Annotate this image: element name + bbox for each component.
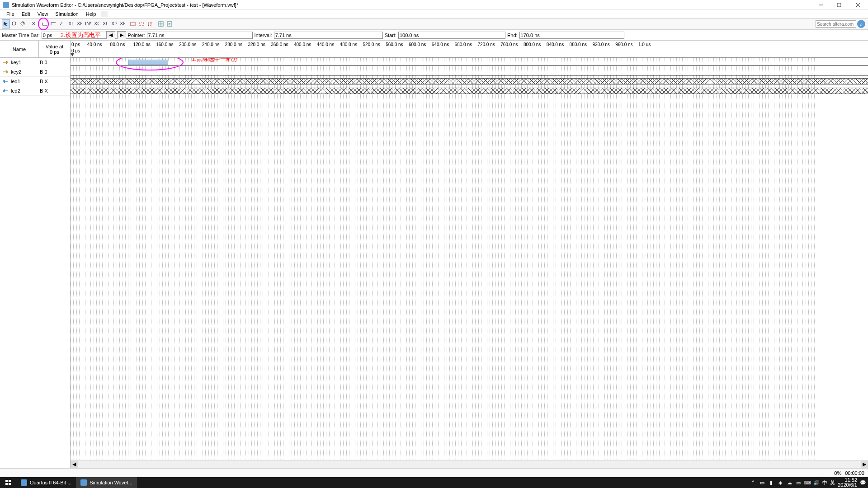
start-input[interactable] [398, 32, 505, 39]
time-ruler: 0 ps 0 ps 40.0 ns80.0 ns120.0 ns160.0 ns… [71, 41, 868, 58]
force-unknown-icon[interactable]: ✕ [30, 19, 38, 28]
tray-volume-icon[interactable]: 🔊 [813, 479, 820, 486]
waveform-body[interactable]: 1.鼠标选中一部分 [71, 58, 868, 460]
signal-name: key1 [11, 60, 39, 65]
ime-lang-1[interactable]: 中 [822, 479, 827, 486]
signal-row[interactable]: key2 B 0 [0, 67, 70, 77]
search-input[interactable] [816, 20, 856, 28]
interval-input[interactable] [274, 32, 383, 39]
sort-icon[interactable] [146, 19, 154, 28]
svg-line-5 [15, 25, 17, 26]
ruler-tick: 200.0 ns [179, 42, 196, 47]
force-l-icon[interactable]: XL [66, 19, 75, 28]
count-icon[interactable]: XC [92, 19, 100, 28]
signal-row[interactable]: led1 B X [0, 77, 70, 86]
zoom-fit-icon[interactable]: + [19, 19, 27, 28]
time-bar-marker-icon[interactable] [71, 53, 74, 56]
snap-grid-icon[interactable] [157, 19, 165, 28]
signal-value: B X [39, 79, 70, 84]
end-input[interactable] [519, 32, 624, 39]
end-label: End: [507, 33, 518, 38]
ruler-tick: 800.0 ns [524, 42, 541, 47]
ime-lang-2[interactable]: 英 [830, 479, 835, 486]
main-area: Name Value at 0 ps key1 B 0 key2 B 0 led… [0, 41, 868, 468]
selection-region[interactable] [128, 60, 168, 65]
force-low-icon[interactable] [41, 19, 49, 28]
tray-action-center-icon[interactable]: ▭ [759, 479, 765, 486]
input-pin-icon [2, 59, 9, 66]
ruler-tick: 640.0 ns [432, 42, 449, 47]
zoom-tool-icon[interactable] [10, 19, 19, 28]
ruler-tick: 840.0 ns [547, 42, 564, 47]
menubar: File Edit View Simulation Help [0, 10, 868, 18]
force-h-icon[interactable]: XH [75, 19, 83, 28]
quick-help-icon[interactable] [101, 11, 108, 17]
signal-value: B X [39, 88, 70, 94]
tray-clock[interactable]: 11:52 2020/6/1 [838, 478, 857, 488]
next-time-bar-button[interactable]: ▶ [117, 31, 126, 39]
ungroup-icon[interactable] [137, 19, 146, 28]
signal-value: B 0 [39, 69, 70, 75]
selection-tool-icon[interactable] [2, 19, 10, 28]
signal-row[interactable]: led2 B X [0, 86, 70, 96]
menu-file[interactable]: File [3, 10, 18, 18]
overwrite-icon[interactable]: XO [101, 19, 109, 28]
quartus-icon [21, 479, 27, 486]
force-z-icon[interactable]: Z [58, 19, 66, 28]
random-icon[interactable]: XR [118, 19, 126, 28]
status-bar: 0% 00:00:00 [0, 468, 868, 477]
ruler-tick: 480.0 ns [340, 42, 357, 47]
svg-text:X?: X? [111, 21, 117, 26]
menu-view[interactable]: View [34, 10, 52, 18]
taskbar-item-simulation[interactable]: Simulation Wavef... [76, 477, 137, 488]
svg-rect-23 [5, 480, 8, 482]
svg-rect-1 [837, 3, 841, 7]
menu-edit[interactable]: Edit [18, 10, 34, 18]
tray-keyboard-icon[interactable]: ⌨ [804, 479, 811, 486]
menu-simulation[interactable]: Simulation [52, 10, 82, 18]
tray-network-icon[interactable]: ◈ [777, 479, 783, 486]
prev-time-bar-button[interactable]: ◀ [106, 31, 115, 39]
ruler-tick: 40.0 ns [87, 42, 102, 47]
search-go-button[interactable]: ⌕ [857, 20, 865, 28]
horizontal-scrollbar[interactable]: ◀ ▶ [71, 460, 868, 468]
maximize-button[interactable] [830, 0, 848, 10]
svg-text:XL: XL [68, 21, 74, 26]
close-button[interactable] [848, 0, 868, 10]
ruler-tick: 960.0 ns [615, 42, 632, 47]
pointer-input[interactable] [147, 32, 253, 39]
titlebar: Simulation Waveform Editor - C:/Users/sn… [0, 0, 868, 10]
start-button[interactable] [0, 479, 16, 486]
signal-row[interactable]: key1 B 0 [0, 58, 70, 67]
scroll-left-button[interactable]: ◀ [71, 461, 78, 468]
tray-monitor-icon[interactable]: ▭ [795, 479, 802, 486]
tray-battery-icon[interactable]: ▮ [768, 479, 774, 486]
svg-text:+: + [22, 21, 24, 25]
ruler-zero: 0 ps [71, 42, 80, 47]
ruler-tick: 360.0 ns [271, 42, 288, 47]
pointer-label: Pointer: [128, 33, 145, 38]
signal-panel: Name Value at 0 ps key1 B 0 key2 B 0 led… [0, 41, 71, 468]
tray-cloud-icon[interactable]: ☁ [786, 479, 793, 486]
svg-text:Z: Z [60, 21, 63, 26]
value-column-header: Value at [46, 44, 64, 49]
tray-up-icon[interactable]: ˄ [750, 479, 756, 486]
svg-rect-25 [5, 483, 8, 485]
force-high-icon[interactable] [49, 19, 57, 28]
menu-help[interactable]: Help [82, 10, 100, 18]
invert-icon[interactable]: INV [84, 19, 92, 28]
start-label: Start: [385, 33, 396, 38]
run-sim-icon[interactable] [165, 19, 174, 28]
xd-icon[interactable]: X? [109, 19, 118, 28]
ruler-tick: 1.0 us [638, 42, 651, 47]
svg-rect-17 [131, 22, 135, 26]
ruler-tick: 320.0 ns [248, 42, 265, 47]
taskbar-item-quartus[interactable]: Quartus II 64-Bit ... [16, 477, 76, 488]
tray-notifications-icon[interactable]: 💬 [860, 479, 866, 486]
group-icon[interactable] [129, 19, 137, 28]
scroll-right-button[interactable]: ▶ [861, 461, 868, 468]
waveform-panel[interactable]: 0 ps 0 ps 40.0 ns80.0 ns120.0 ns160.0 ns… [71, 41, 868, 468]
ruler-tick: 920.0 ns [592, 42, 609, 47]
minimize-button[interactable] [812, 0, 830, 10]
ruler-tick: 720.0 ns [477, 42, 495, 47]
